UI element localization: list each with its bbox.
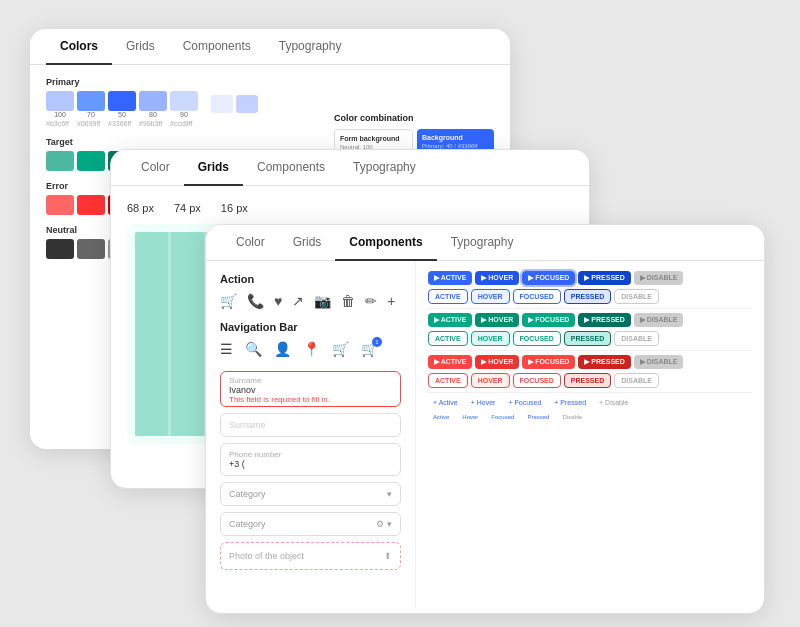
scene: Colors Grids Components Typography Prima…: [20, 19, 780, 609]
phone-icon[interactable]: 📞: [247, 293, 264, 309]
btn-text-primary-hover[interactable]: + Hover: [466, 397, 501, 408]
btn-text-small-hover[interactable]: Hover: [457, 412, 483, 422]
btn-goutline-hover[interactable]: HOVER: [471, 331, 510, 346]
surname-value: Ivanov: [229, 385, 256, 395]
divider-3: [428, 392, 752, 393]
user-icon[interactable]: 👤: [274, 341, 291, 357]
upload-icon: ⬆: [384, 551, 392, 561]
btn-primary-pressed[interactable]: ▶ PRESSED: [578, 271, 630, 285]
btn-outline-active[interactable]: ACTIVE: [428, 289, 468, 304]
edit-icon[interactable]: ✏: [365, 293, 377, 309]
btn-routline-hover[interactable]: HOVER: [471, 373, 510, 388]
tab-grids-grids[interactable]: Grids: [184, 150, 243, 186]
btn-routline-pressed[interactable]: PRESSED: [564, 373, 611, 388]
tab-colors-colors[interactable]: Colors: [46, 29, 112, 65]
settings-icon: ⚙: [376, 519, 384, 529]
btn-text-primary-disable: + Disable: [594, 397, 633, 408]
grid-size-1: 68 px: [127, 202, 154, 214]
tab-comp-grids[interactable]: Grids: [279, 225, 336, 261]
tab-grids-components[interactable]: Components: [243, 150, 339, 186]
btn-red-focused[interactable]: ▶ FOCUSED: [522, 355, 575, 369]
location-icon[interactable]: 📍: [303, 341, 320, 357]
btn-green-active[interactable]: ▶ ACTIVE: [428, 313, 472, 327]
heart-icon[interactable]: ♥: [274, 293, 282, 309]
surname-field-error[interactable]: Surname Ivanov This field is required to…: [220, 371, 401, 407]
btn-goutline-active[interactable]: ACTIVE: [428, 331, 468, 346]
camera-icon[interactable]: 📷: [314, 293, 331, 309]
category-select-2[interactable]: Category ⚙ ▾: [220, 512, 401, 536]
btn-green-pressed[interactable]: ▶ PRESSED: [578, 313, 630, 327]
btn-red-active[interactable]: ▶ ACTIVE: [428, 355, 472, 369]
btn-text-primary-active[interactable]: + Active: [428, 397, 463, 408]
photo-upload[interactable]: Photo of the object ⬆: [220, 542, 401, 570]
btn-text-small-pressed[interactable]: Pressed: [522, 412, 554, 422]
card-components: Color Grids Components Typography Action…: [205, 224, 765, 614]
cart-icon[interactable]: 🛒: [220, 293, 237, 309]
btn-row-red-filled: ▶ ACTIVE ▶ HOVER ▶ FOCUSED ▶ PRESSED ▶ D…: [428, 355, 752, 369]
phone-field[interactable]: Phone number +3 (: [220, 443, 401, 476]
surname-error: This field is required to fill in.: [229, 395, 392, 404]
btn-red-disable: ▶ DISABLE: [634, 355, 684, 369]
search-nav-icon[interactable]: 🔍: [245, 341, 262, 357]
btn-routline-active[interactable]: ACTIVE: [428, 373, 468, 388]
swatch-p3: 50: [108, 91, 136, 118]
swatch-p6: [211, 95, 233, 113]
tab-comp-typography[interactable]: Typography: [437, 225, 528, 261]
share-icon[interactable]: ↗: [292, 293, 304, 309]
btn-text-small-disable: Disable: [557, 412, 587, 422]
grid-size-2: 74 px: [174, 202, 201, 214]
btn-text-small-focused[interactable]: Focused: [486, 412, 519, 422]
swatch-t1: [46, 151, 74, 171]
btn-routline-disable: DISABLE: [614, 373, 659, 388]
components-right: ▶ ACTIVE ▶ HOVER ▶ FOCUSED ▶ PRESSED ▶ D…: [416, 261, 764, 608]
btn-outline-focused[interactable]: FOCUSED: [513, 289, 561, 304]
btn-green-focused[interactable]: ▶ FOCUSED: [522, 313, 575, 327]
tab-colors-components[interactable]: Components: [169, 29, 265, 65]
action-title: Action: [220, 273, 401, 285]
swatch-t2: [77, 151, 105, 171]
tab-grids-typography[interactable]: Typography: [339, 150, 430, 186]
btn-goutline-focused[interactable]: FOCUSED: [513, 331, 561, 346]
btn-red-pressed[interactable]: ▶ PRESSED: [578, 355, 630, 369]
btn-text-primary-pressed[interactable]: + Pressed: [549, 397, 591, 408]
phone-value: +3 (: [229, 459, 245, 469]
btn-routline-focused[interactable]: FOCUSED: [513, 373, 561, 388]
tab-bar-grids: Color Grids Components Typography: [111, 150, 589, 186]
category-label-1: Category: [229, 489, 266, 499]
surname2-field[interactable]: Surname: [220, 413, 401, 437]
grid-size-3: 16 px: [221, 202, 248, 214]
tab-grids-color[interactable]: Color: [127, 150, 184, 186]
btn-primary-focused[interactable]: ▶ FOCUSED: [522, 271, 575, 285]
btn-outline-hover[interactable]: HOVER: [471, 289, 510, 304]
tab-comp-components[interactable]: Components: [335, 225, 436, 261]
tab-colors-grids[interactable]: Grids: [112, 29, 169, 65]
tab-bar-colors: Colors Grids Components Typography: [30, 29, 510, 65]
btn-goutline-pressed[interactable]: PRESSED: [564, 331, 611, 346]
btn-text-small-active[interactable]: Active: [428, 412, 454, 422]
btn-outline-disable: DISABLE: [614, 289, 659, 304]
plus-icon[interactable]: +: [387, 293, 395, 309]
btn-green-hover[interactable]: ▶ HOVER: [475, 313, 519, 327]
action-icons-row: 🛒 📞 ♥ ↗ 📷 🗑 ✏ +: [220, 293, 401, 309]
btn-row-green-filled: ▶ ACTIVE ▶ HOVER ▶ FOCUSED ▶ PRESSED ▶ D…: [428, 313, 752, 327]
swatch-p1: 100: [46, 91, 74, 118]
tab-comp-color[interactable]: Color: [222, 225, 279, 261]
cart-with-badge[interactable]: 🛒1: [361, 341, 378, 357]
surname-label: Surname: [229, 376, 392, 385]
swatch-e1: [46, 195, 74, 215]
swatch-n2: [77, 239, 105, 259]
btn-outline-pressed[interactable]: PRESSED: [564, 289, 611, 304]
category-select-1[interactable]: Category ▾: [220, 482, 401, 506]
btn-primary-hover[interactable]: ▶ HOVER: [475, 271, 519, 285]
shop-icon[interactable]: 🛒: [332, 341, 349, 357]
tab-colors-typography[interactable]: Typography: [265, 29, 356, 65]
btn-row-red-outline: ACTIVE HOVER FOCUSED PRESSED DISABLE: [428, 373, 752, 388]
trash-icon[interactable]: 🗑: [341, 293, 355, 309]
btn-row-green-outline: ACTIVE HOVER FOCUSED PRESSED DISABLE: [428, 331, 752, 346]
btn-primary-disable: ▶ DISABLE: [634, 271, 684, 285]
components-left: Action 🛒 📞 ♥ ↗ 📷 🗑 ✏ + Navigation Bar ☰ …: [206, 261, 416, 608]
hamburger-icon[interactable]: ☰: [220, 341, 233, 357]
btn-red-hover[interactable]: ▶ HOVER: [475, 355, 519, 369]
btn-primary-active[interactable]: ▶ ACTIVE: [428, 271, 472, 285]
btn-text-primary-focused[interactable]: + Focused: [503, 397, 546, 408]
